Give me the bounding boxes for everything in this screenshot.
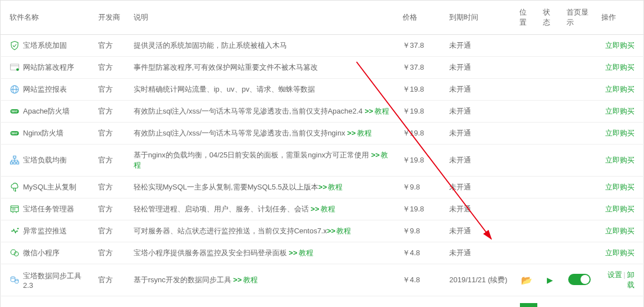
wechat-icon [10,248,20,258]
description-text: 宝塔小程序提供服务器监控及安全扫码登录面板 [134,249,289,257]
price: ￥19.8 [398,101,445,123]
software-table: 软件名称 开发商 说明 价格 到期时间 位置 状态 首页显示 操作 宝塔系统加固… [0,0,644,296]
software-name: 宝塔任务管理器 [23,204,74,214]
header-name: 软件名称 [1,1,94,35]
buy-link[interactable]: 立即购买 [605,183,634,191]
svg-point-23 [15,279,19,281]
uninstall-link[interactable]: 卸载 [627,270,634,289]
header-home: 首页显示 [562,1,597,35]
software-name: 宝塔系统加固 [23,40,67,51]
svg-rect-12 [13,162,16,164]
price: ￥19.8 [398,198,445,220]
software-name: Nginx防火墙 [23,128,63,138]
tutorial-link[interactable]: 教程 [336,227,351,235]
chevron-icon: >> [364,107,373,115]
software-name: 微信小程序 [23,248,60,258]
expire-time: 未开通 [445,177,515,198]
globe-icon [10,84,20,94]
buy-link[interactable]: 立即购买 [605,107,634,115]
play-icon[interactable]: ▶ [547,276,553,285]
header-action: 操作 [597,1,643,35]
software-name: 宝塔负载均衡 [23,155,67,165]
tutorial-link[interactable]: 教程 [321,205,335,213]
buy-link[interactable]: 立即购买 [605,205,634,213]
developer: 官方 [94,145,129,177]
developer: 官方 [94,57,129,79]
price: ￥4.8 [398,264,445,296]
chevron-icon: >> [289,249,297,257]
svg-point-2 [16,69,19,71]
table-row: 宝塔任务管理器官方轻松管理进程、启动项、用户、服务、计划任务、会话 >>教程￥1… [1,198,644,220]
folder-icon[interactable]: 📂 [521,276,532,285]
developer: 官方 [94,264,129,296]
expire-time: 未开通 [445,145,515,177]
chevron-icon: >> [371,151,380,159]
description-text: 基于nginx的负载均衡，04/25日前安装的面板，需重装nginx方可正常使用 [134,151,371,159]
table-row: 网站监控报表官方实时精确统计网站流量、ip、uv、pv、请求、蜘蛛等数据￥19.… [1,79,644,101]
buy-link[interactable]: 立即购买 [605,249,634,257]
description-text: 可对服务器、站点状态进行监控推送，当前仅支持Centos7.x [134,227,327,235]
header-desc: 说明 [129,1,398,35]
developer: 官方 [94,242,129,264]
description-text: 有效防止sql注入/xss/一句话木马等常见渗透攻击,当前仅支持nginx [134,129,348,137]
table-row: 宝塔系统加固官方提供灵活的系统加固功能，防止系统被植入木马￥37.8未开通立即购… [1,35,644,57]
expire-time: 未开通 [445,220,515,242]
clouddb-icon [10,182,20,192]
home-toggle[interactable] [568,274,591,285]
expire-time: 未开通 [445,57,515,79]
buy-link[interactable]: 立即购买 [605,63,634,71]
expire-time: 未开通 [445,242,515,264]
software-name: Apache防火墙 [23,106,70,116]
chevron-icon: >> [327,227,335,235]
price: ￥9.8 [398,177,445,198]
page-current-button[interactable]: 1 [520,303,537,307]
chevron-icon: >> [310,205,319,213]
svg-text:WAF: WAF [11,132,18,135]
developer: 官方 [94,177,129,198]
tutorial-link[interactable]: 教程 [374,107,389,115]
balance-icon [10,155,20,165]
buy-link[interactable]: 立即购买 [605,129,634,137]
expire-time: 未开通 [445,198,515,220]
waf-icon: WAF [10,128,20,138]
chevron-icon: >> [233,276,241,284]
description-text: 实时精确统计网站流量、ip、uv、pv、请求、蜘蛛等数据 [134,85,316,93]
developer: 官方 [94,123,129,145]
table-row: 微信小程序官方宝塔小程序提供服务器监控及安全扫码登录面板 >>教程￥4.8未开通… [1,242,644,264]
developer: 官方 [94,79,129,101]
header-status: 状态 [538,1,562,35]
tutorial-link[interactable]: 教程 [299,249,313,257]
dbsync-icon [10,275,20,285]
svg-rect-11 [11,162,13,164]
chevron-icon: >> [318,183,327,191]
table-row: 网站防篡改程序官方事件型防篡改程序,可有效保护网站重要文件不被木马篡改￥37.8… [1,57,644,79]
expire-time: 2019/11/21 (续费) [445,264,515,296]
buy-link[interactable]: 立即购买 [605,156,634,164]
description-text: 基于rsync开发的数据同步工具 [134,276,234,284]
svg-rect-13 [17,162,19,164]
description-text: 轻松管理进程、启动项、用户、服务、计划任务、会话 [134,205,311,213]
buy-link[interactable]: 立即购买 [605,41,634,49]
buy-link[interactable]: 立即购买 [605,227,634,235]
software-name: 异常监控推送 [23,226,67,236]
price: ￥9.8 [398,220,445,242]
description-text: 提供灵活的系统加固功能，防止系统被植入木马 [134,41,287,49]
tutorial-link[interactable]: 教程 [243,276,258,284]
developer: 官方 [94,220,129,242]
expire-time: 未开通 [445,35,515,57]
expire-time: 未开通 [445,123,515,145]
price: ￥19.8 [398,123,445,145]
table-row: WAFApache防火墙官方有效防止sql注入/xss/一句话木马等常见渗透攻击… [1,101,644,123]
tutorial-link[interactable]: 教程 [357,129,372,137]
svg-point-22 [11,277,15,278]
settings-link[interactable]: 设置 [608,270,622,279]
price: ￥19.8 [398,145,445,177]
buy-link[interactable]: 立即购买 [605,85,634,93]
header-dev: 开发商 [94,1,129,35]
table-row: 异常监控推送官方可对服务器、站点状态进行监控推送，当前仅支持Centos7.x>… [1,220,644,242]
task-icon [10,204,20,214]
waf-icon: WAF [10,106,20,116]
tutorial-link[interactable]: 教程 [328,183,342,191]
table-row: 宝塔负载均衡官方基于nginx的负载均衡，04/25日前安装的面板，需重装ngi… [1,145,644,177]
software-name: 网站监控报表 [23,84,67,94]
